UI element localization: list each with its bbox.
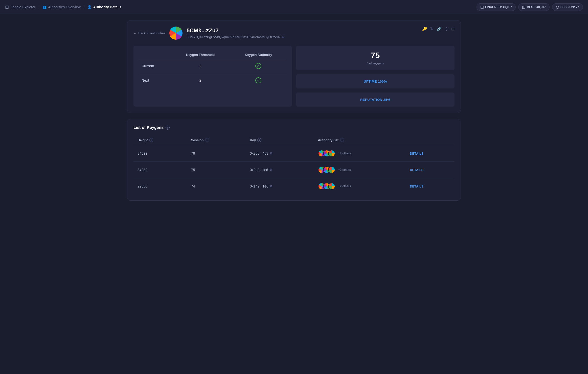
nav-badges: ◫ FINALIZED: 40,007 ◫ BEST: 40,007 ◌ SES… [477, 3, 583, 11]
uptime-card[interactable]: UPTIME 100% [296, 74, 455, 88]
link-icon[interactable]: 🔗 [437, 27, 442, 31]
authority-header-left: ← Back to authorities 5CMk...zZu7 5CMkTQ… [133, 27, 284, 40]
authority-actions: 🔑 𝕏 🔗 ⬡ ⊟ [422, 27, 455, 31]
keygens-title: List of Keygens i [133, 125, 455, 130]
th-key: Key i [246, 135, 314, 145]
session-cell-0: 76 [187, 145, 246, 162]
details-link-1[interactable]: DETAILS [410, 168, 423, 172]
row-authority-current: ✓ [230, 59, 287, 73]
authority-avatars-0 [318, 150, 333, 157]
authority-avatar [169, 27, 183, 40]
mini-avatar-1-3 [328, 166, 335, 173]
best-icon: ◫ [522, 5, 525, 9]
keygens-count-card: 75 # of keygens [296, 46, 455, 70]
back-to-authorities-link[interactable]: ← Back to authorities [133, 31, 165, 35]
reputation-link[interactable]: REPUTATION 25% [360, 98, 390, 102]
uptime-link[interactable]: UPTIME 100% [364, 80, 387, 83]
authority-set-cell-1: +2 others [314, 162, 406, 178]
keygen-table: Keygen Threshold Keygen Authority Curren… [139, 51, 287, 87]
keygens-info-icon[interactable]: i [166, 126, 170, 130]
grid-icon[interactable]: ⊞ [5, 4, 9, 10]
keygens-number: 75 [301, 51, 449, 60]
app-title: Tangle Explorer [11, 5, 35, 9]
col-empty [139, 51, 171, 59]
finalized-icon: ◫ [480, 5, 484, 9]
keygen-list-row: 34599 76 0x2dd...453 ⧉ [133, 145, 455, 162]
authority-card: ← Back to authorities 5CMk...zZu7 5CMkTQ… [127, 20, 461, 113]
authority-info: 5CMk...zZu7 5CMkTQXLszBgDvVbQkqmkAP9jeNj… [187, 27, 284, 39]
authority-body: Keygen Threshold Keygen Authority Curren… [133, 46, 455, 107]
copy-key-icon-1[interactable]: ⧉ [270, 168, 272, 172]
authority-avatars-2 [318, 183, 333, 190]
copy-key-icon-0[interactable]: ⧉ [270, 151, 272, 155]
reputation-card[interactable]: REPUTATION 25% [296, 92, 455, 107]
finalized-badge[interactable]: ◫ FINALIZED: 40,007 [477, 3, 516, 11]
keygen-table-card: Keygen Threshold Keygen Authority Curren… [133, 46, 292, 107]
authorities-overview-link[interactable]: 👥 Authorities Overview [42, 5, 80, 9]
key-cell-0: 0x2dd...453 ⧉ [246, 145, 314, 162]
keygen-list-row: 22550 74 0x142...1e6 ⧉ [133, 178, 455, 195]
share-icon[interactable]: ⬡ [445, 27, 448, 31]
authority-full-address: 5CMkTQXLszBgDvVbQkqmkAP9jeNjNz9BZ4uZmbMC… [187, 35, 284, 39]
col-keygen-threshold: Keygen Threshold [171, 51, 230, 59]
authority-set-cell-2: +2 others [314, 178, 406, 195]
row-threshold-current: 2 [171, 59, 230, 73]
height-cell-2: 22550 [133, 178, 187, 195]
finalized-label: FINALIZED: 40,007 [485, 5, 512, 9]
keygens-table-header: Height i Session i Key i [133, 135, 455, 145]
row-label-next: Next [139, 73, 171, 88]
current-page-label: 👤 Authority Details [87, 5, 121, 9]
th-actions [406, 135, 455, 145]
session-badge[interactable]: ◌ SESSION: 77 [552, 3, 583, 11]
details-link-0[interactable]: DETAILS [410, 152, 423, 155]
key-cell-1: 0x0c2...1ed ⧉ [246, 162, 314, 178]
authority-set-cell-0: +2 others [314, 145, 406, 162]
keygen-row-current: Current 2 ✓ [139, 59, 287, 73]
col-keygen-authority: Keygen Authority [230, 51, 287, 59]
details-cell-0: DETAILS [406, 145, 455, 162]
authority-short-name: 5CMk...zZu7 [187, 27, 284, 34]
separator-1: / [38, 5, 39, 9]
height-cell-1: 34289 [133, 162, 187, 178]
check-icon-current: ✓ [255, 63, 261, 69]
authority-avatars-1 [318, 166, 333, 173]
check-icon-next: ✓ [255, 77, 261, 83]
height-info-icon[interactable]: i [149, 138, 153, 142]
details-link-2[interactable]: DETAILS [410, 185, 423, 188]
main-content: ← Back to authorities 5CMk...zZu7 5CMkTQ… [122, 14, 466, 207]
copy-key-icon-2[interactable]: ⧉ [270, 184, 272, 188]
keygens-card: List of Keygens i Height i Session i [127, 119, 461, 201]
authority-set-info-icon[interactable]: i [340, 138, 344, 142]
row-threshold-next: 2 [171, 73, 230, 88]
session-icon: ◌ [556, 5, 559, 9]
grid-action-icon[interactable]: ⊟ [451, 27, 455, 31]
app-title-link[interactable]: Tangle Explorer [11, 5, 35, 9]
best-label: BEST: 40,007 [527, 5, 546, 9]
key-info-icon[interactable]: i [257, 138, 261, 142]
key-icon[interactable]: 🔑 [422, 27, 427, 31]
separator-2: / [84, 5, 85, 9]
keygens-table: Height i Session i Key i [133, 135, 455, 194]
mini-avatar-0-3 [328, 150, 335, 157]
session-info-icon[interactable]: i [205, 138, 209, 142]
details-cell-1: DETAILS [406, 162, 455, 178]
copy-address-icon[interactable]: ⧉ [282, 35, 284, 39]
stats-right: 75 # of keygens UPTIME 100% REPUTATION 2… [296, 46, 455, 107]
others-text-0: +2 others [338, 152, 351, 155]
top-navigation: ⊞ Tangle Explorer / 👥 Authorities Overvi… [0, 0, 588, 14]
key-cell-2: 0x142...1e6 ⧉ [246, 178, 314, 195]
details-cell-2: DETAILS [406, 178, 455, 195]
th-authority-set: Authority Set i [314, 135, 406, 145]
height-cell-0: 34599 [133, 145, 187, 162]
session-label: SESSION: 77 [560, 5, 579, 9]
others-text-1: +2 others [338, 168, 351, 172]
row-label-current: Current [139, 59, 171, 73]
mini-avatar-2-3 [328, 183, 335, 190]
best-badge[interactable]: ◫ BEST: 40,007 [518, 3, 550, 11]
keygen-row-next: Next 2 ✓ [139, 73, 287, 88]
breadcrumb: ⊞ Tangle Explorer / 👥 Authorities Overvi… [5, 4, 121, 10]
others-text-2: +2 others [338, 184, 351, 188]
th-height: Height i [133, 135, 187, 145]
twitter-icon[interactable]: 𝕏 [430, 27, 434, 31]
th-session: Session i [187, 135, 246, 145]
